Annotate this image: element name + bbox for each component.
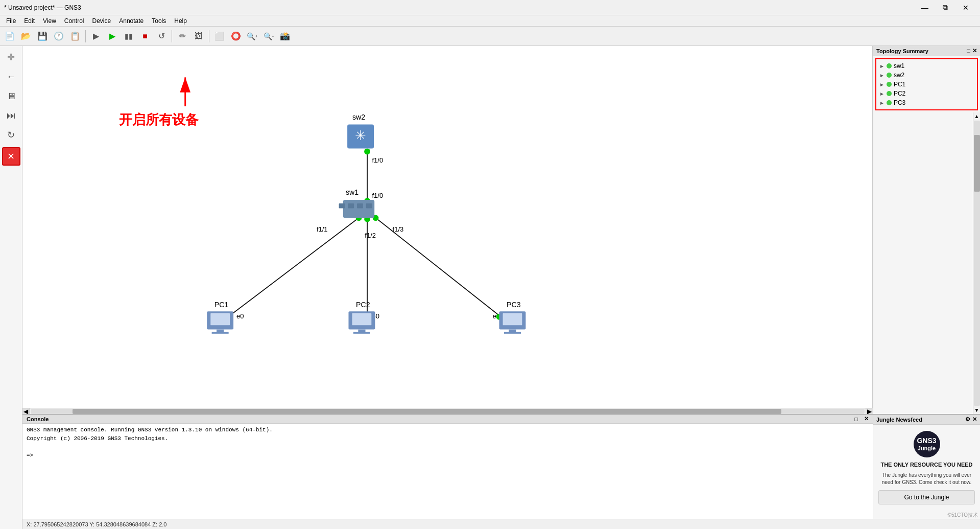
topology-title: Topology Summary — [876, 48, 928, 54]
console-title: Console — [27, 416, 49, 422]
svg-text:f1/3: f1/3 — [393, 225, 404, 233]
topology-item-pc2[interactable]: ► PC2 — [876, 89, 977, 98]
topology-close-btn[interactable]: ✕ — [972, 48, 977, 54]
jungle-settings-btn[interactable]: ⚙ — [965, 416, 970, 423]
menu-item-annotate[interactable]: Annotate — [115, 16, 148, 26]
canvas-area[interactable]: 开启所有设备 f1/0 f1/0 — [22, 46, 873, 408]
console-line-3 — [27, 443, 869, 451]
topo-status-dot — [887, 100, 892, 105]
topology-item-pc3[interactable]: ► PC3 — [876, 98, 977, 107]
sidebar-btn-pan[interactable]: ✛ — [2, 48, 20, 66]
topology-controls: □ ✕ — [967, 48, 977, 54]
topo-arrow: ► — [879, 73, 885, 78]
sidebar-btn-fast-forward[interactable]: ⏭ — [2, 106, 20, 125]
close-button[interactable]: ✕ — [955, 0, 976, 15]
title-text: * Unsaved project* — GNS3 — [4, 4, 81, 11]
toolbar-btn-open[interactable]: 📂 — [18, 29, 34, 44]
console-line-1: GNS3 management console. Running GNS3 ve… — [27, 426, 869, 434]
toolbar-btn-zoom-out[interactable]: 🔍- — [261, 29, 276, 44]
svg-text:PC1: PC1 — [214, 301, 229, 309]
sidebar-btn-back[interactable]: ← — [2, 67, 20, 86]
toolbar-btn-reload[interactable]: ↺ — [154, 29, 169, 44]
hscroll-track[interactable] — [31, 409, 865, 414]
toolbar-btn-select[interactable]: ⬜ — [212, 29, 227, 44]
toolbar-btn-ellipse[interactable]: ⭕ — [228, 29, 244, 44]
vscroll-down[interactable]: ▼ — [973, 406, 980, 414]
menu-item-control[interactable]: Control — [60, 16, 88, 26]
svg-rect-30 — [348, 203, 354, 208]
console-text-area[interactable]: GNS3 management console. Running GNS3 ve… — [22, 424, 873, 519]
right-panel: Topology Summary □ ✕ ► sw1► sw2► PC1► PC… — [873, 46, 980, 414]
gns3-jungle-logo: GNS3 Jungle — [914, 431, 940, 457]
svg-rect-40 — [352, 313, 372, 326]
sidebar-btn-monitor[interactable]: 🖥 — [2, 87, 20, 105]
menu-item-device[interactable]: Device — [88, 16, 115, 26]
svg-text:f1/2: f1/2 — [365, 232, 376, 239]
jungle-headline: THE ONLY RESOURCE YOU NEED — [880, 462, 972, 468]
toolbar-btn-snapshot[interactable]: 📋 — [67, 29, 83, 44]
hscroll-thumb[interactable] — [73, 409, 781, 414]
toolbar-btn-console-all[interactable]: ▶ — [88, 29, 104, 44]
toolbar-btn-new[interactable]: 📄 — [2, 29, 17, 44]
sidebar-btn-rotate[interactable]: ↻ — [2, 126, 20, 144]
topo-arrow: ► — [879, 91, 885, 97]
content-area: 开启所有设备 f1/0 f1/0 — [22, 46, 980, 529]
toolbar-btn-edit-node[interactable]: ✏ — [175, 29, 190, 44]
toolbar-btn-screenshot[interactable]: 📸 — [277, 29, 293, 44]
topology-item-pc1[interactable]: ► PC1 — [876, 80, 977, 89]
canvas-hscroll[interactable]: ◀ ▶ — [22, 408, 873, 414]
topology-float-btn[interactable]: □ — [967, 48, 970, 54]
minimize-button[interactable]: — — [915, 0, 935, 15]
topo-item-label: sw1 — [894, 62, 904, 70]
toolbar: 📄📂💾🕐📋▶▶▮▮■↺✏🖼⬜⭕🔍+🔍-📸 — [0, 27, 980, 46]
topology-list: ► sw1► sw2► PC1► PC2► PC3 — [875, 58, 978, 110]
menu-item-edit[interactable]: Edit — [20, 16, 39, 26]
svg-text:✳: ✳ — [355, 128, 366, 143]
statusbar: X: 27.795065242820073 Y: 54.328048639684… — [22, 519, 980, 529]
toolbar-btn-image[interactable]: 🖼 — [191, 29, 206, 44]
svg-rect-45 — [503, 313, 522, 326]
svg-text:开启所有设备: 开启所有设备 — [118, 112, 199, 127]
goto-jungle-button[interactable]: Go to the Jungle — [878, 490, 975, 504]
svg-rect-37 — [212, 332, 229, 334]
toolbar-btn-stop-all[interactable]: ■ — [137, 29, 153, 44]
window-controls: — ⧉ ✕ — [915, 0, 976, 15]
menu-item-view[interactable]: View — [39, 16, 60, 26]
network-diagram: 开启所有设备 f1/0 f1/0 — [22, 46, 872, 408]
maximize-button[interactable]: ⧉ — [935, 0, 955, 15]
toolbar-btn-save[interactable]: 💾 — [35, 29, 50, 44]
svg-text:f1/0: f1/0 — [372, 156, 384, 164]
topology-item-sw1[interactable]: ► sw1 — [876, 61, 977, 71]
svg-text:PC3: PC3 — [507, 301, 521, 309]
svg-rect-0 — [59, 46, 836, 408]
topo-status-dot — [887, 63, 892, 68]
statusbar-text: X: 27.795065242820073 Y: 54.328048639684… — [27, 521, 166, 527]
svg-rect-31 — [357, 203, 363, 208]
toolbar-btn-pause-all[interactable]: ▮▮ — [121, 29, 136, 44]
toolbar-separator-12 — [209, 30, 209, 42]
topology-item-sw2[interactable]: ► sw2 — [876, 71, 977, 80]
console-line-2: Copyright (c) 2006-2019 GNS3 Technologie… — [27, 434, 869, 443]
topo-status-dot — [887, 82, 892, 87]
toolbar-btn-recent[interactable]: 🕐 — [51, 29, 66, 44]
titlebar: * Unsaved project* — GNS3 — ⧉ ✕ — [0, 0, 980, 15]
svg-rect-28 — [343, 200, 374, 218]
menu-item-file[interactable]: File — [2, 16, 20, 26]
toolbar-btn-start-all[interactable]: ▶ — [105, 29, 120, 44]
svg-rect-47 — [504, 332, 521, 334]
vscroll-up[interactable]: ▲ — [973, 112, 980, 120]
console-header: Console □ ✕ — [22, 415, 873, 424]
menu-item-help[interactable]: Help — [170, 16, 191, 26]
svg-point-16 — [364, 149, 370, 155]
console-float-btn[interactable]: □ — [854, 416, 858, 422]
toolbar-separator-5 — [85, 30, 86, 42]
jungle-close-btn[interactable]: ✕ — [972, 416, 977, 423]
menu-item-tools[interactable]: Tools — [148, 16, 170, 26]
toolbar-btn-zoom-in[interactable]: 🔍+ — [245, 29, 260, 44]
console-close-btn[interactable]: ✕ — [864, 416, 869, 422]
topo-arrow: ► — [879, 63, 885, 69]
console-prompt: => — [27, 451, 869, 460]
sidebar-btn-error[interactable]: ✕ — [2, 147, 20, 166]
topo-item-label: PC2 — [894, 90, 905, 97]
topo-status-dot — [887, 91, 892, 96]
